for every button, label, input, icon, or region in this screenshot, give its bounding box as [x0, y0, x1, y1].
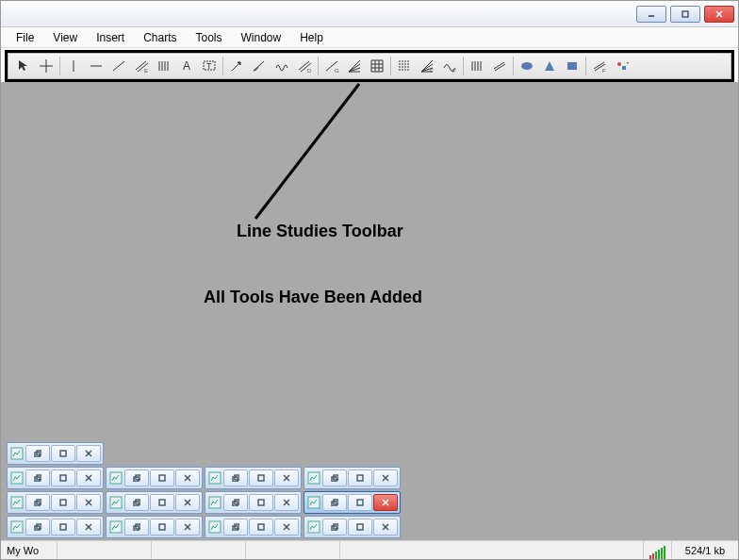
mdi-maximize-button[interactable] — [150, 494, 174, 511]
mdi-maximize-button[interactable] — [249, 519, 273, 535]
menu-insert[interactable]: Insert — [87, 28, 134, 47]
mdi-restore-button[interactable] — [25, 519, 50, 535]
svg-rect-77 — [159, 475, 165, 481]
chart-window-icon — [9, 470, 25, 486]
mdi-close-button[interactable] — [76, 494, 101, 511]
mdi-close-button[interactable] — [373, 494, 398, 511]
tool-gann-line[interactable]: G — [320, 55, 343, 77]
mdi-minimized-window[interactable] — [7, 442, 104, 465]
mdi-minimized-area — [7, 440, 401, 538]
tool-text-annotation[interactable]: T — [198, 55, 221, 77]
maximize-button[interactable] — [670, 6, 700, 23]
mdi-maximize-button[interactable] — [249, 469, 273, 486]
mdi-maximize-button[interactable] — [51, 519, 75, 535]
mdi-close-button[interactable] — [76, 445, 101, 462]
menu-view[interactable]: View — [43, 28, 87, 47]
mdi-close-button[interactable] — [274, 469, 299, 486]
tool-cycle-lines[interactable] — [271, 55, 293, 77]
tool-crosshair[interactable] — [35, 55, 57, 77]
tool-fibo-expansion[interactable]: F — [438, 55, 461, 77]
mdi-maximize-button[interactable] — [348, 469, 372, 486]
tool-gann-grid[interactable] — [366, 55, 388, 77]
svg-rect-95 — [60, 500, 66, 505]
svg-line-8 — [113, 61, 124, 71]
tool-fibonacci-channel[interactable]: D — [293, 55, 316, 77]
menu-charts[interactable]: Charts — [134, 28, 186, 47]
svg-text:F: F — [452, 68, 456, 74]
mdi-restore-button[interactable] — [223, 519, 248, 535]
mdi-maximize-button[interactable] — [51, 445, 75, 462]
tool-triangle[interactable] — [538, 55, 561, 77]
mdi-close-button[interactable] — [274, 494, 299, 511]
mdi-close-button[interactable] — [76, 469, 101, 486]
tool-trendline[interactable] — [107, 55, 130, 77]
menu-tools[interactable]: Tools — [187, 28, 232, 47]
mdi-minimized-window[interactable] — [205, 491, 302, 514]
mdi-minimized-window[interactable] — [106, 516, 203, 538]
mdi-close-button[interactable] — [175, 519, 200, 535]
mdi-maximize-button[interactable] — [51, 494, 75, 511]
mdi-minimized-window[interactable] — [304, 467, 401, 489]
tool-vertical-line[interactable] — [62, 55, 85, 77]
mdi-minimized-window[interactable] — [106, 467, 203, 489]
tool-arrow[interactable] — [225, 55, 248, 77]
tool-text-label[interactable]: A — [175, 55, 198, 77]
mdi-restore-button[interactable] — [322, 519, 347, 535]
mdi-minimized-window[interactable] — [7, 516, 104, 538]
menu-file[interactable]: File — [7, 28, 43, 47]
tool-trendline-by-angle[interactable] — [248, 55, 271, 77]
mdi-restore-button[interactable] — [124, 469, 149, 486]
tool-ellipse[interactable] — [516, 55, 538, 77]
tool-cursor[interactable] — [12, 55, 35, 77]
tool-fibo-fan[interactable]: F — [416, 55, 438, 77]
mdi-close-button[interactable] — [175, 494, 200, 511]
minimize-button[interactable] — [636, 6, 666, 23]
tool-shapes-dropdown[interactable] — [611, 55, 633, 77]
mdi-restore-button[interactable] — [25, 494, 50, 511]
mdi-maximize-button[interactable] — [348, 519, 372, 535]
tool-andrews-pitchfork[interactable]: F — [588, 55, 611, 77]
mdi-restore-button[interactable] — [124, 494, 149, 511]
statusbar: My Wo 524/1 kb — [1, 540, 738, 559]
tool-regression-channel[interactable] — [466, 55, 488, 77]
mdi-restore-button[interactable] — [25, 469, 50, 486]
mdi-restore-button[interactable] — [25, 445, 50, 462]
svg-text:F: F — [602, 68, 606, 74]
mdi-minimized-window[interactable] — [7, 467, 104, 489]
mdi-restore-button[interactable] — [223, 494, 248, 511]
mdi-maximize-button[interactable] — [51, 469, 75, 486]
tool-horizontal-line[interactable] — [85, 55, 107, 77]
mdi-minimized-window[interactable] — [7, 491, 104, 514]
mdi-minimized-window[interactable] — [205, 467, 302, 489]
menu-help[interactable]: Help — [290, 28, 333, 47]
mdi-maximize-button[interactable] — [348, 494, 372, 511]
tool-linear-regression[interactable] — [153, 55, 175, 77]
tool-stddev-channel[interactable] — [488, 55, 511, 77]
mdi-maximize-button[interactable] — [249, 494, 273, 511]
mdi-minimized-window[interactable] — [205, 516, 302, 538]
tool-gann-fan[interactable] — [343, 55, 366, 77]
mdi-close-button[interactable] — [76, 519, 101, 535]
mdi-close-button[interactable] — [175, 469, 200, 486]
svg-rect-1 — [682, 11, 688, 17]
mdi-minimized-window[interactable] — [106, 491, 203, 514]
menu-window[interactable]: Window — [232, 28, 291, 47]
mdi-restore-button[interactable] — [322, 469, 347, 486]
tool-rectangle[interactable] — [561, 55, 583, 77]
mdi-minimized-window[interactable] — [304, 516, 401, 538]
tool-equidistant-channel[interactable]: E — [130, 55, 153, 77]
mdi-close-button[interactable] — [373, 469, 398, 486]
mdi-minimized-window[interactable] — [304, 491, 401, 514]
window-close-button[interactable] — [704, 6, 734, 23]
mdi-maximize-button[interactable] — [150, 519, 174, 535]
mdi-restore-button[interactable] — [322, 494, 347, 511]
svg-rect-107 — [258, 500, 264, 505]
tool-fibo-group-1[interactable] — [393, 55, 416, 77]
mdi-restore-button[interactable] — [124, 519, 149, 535]
mdi-restore-button[interactable] — [223, 469, 248, 486]
mdi-maximize-button[interactable] — [150, 469, 174, 486]
mdi-close-button[interactable] — [274, 519, 299, 535]
mdi-close-button[interactable] — [373, 519, 398, 535]
svg-text:G: G — [335, 68, 339, 74]
svg-rect-92 — [11, 497, 23, 508]
